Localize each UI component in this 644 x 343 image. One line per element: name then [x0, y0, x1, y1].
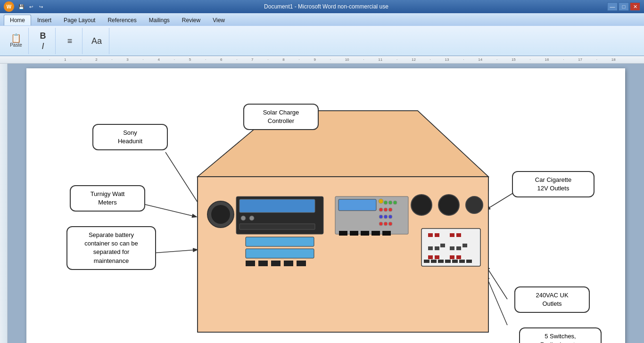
solar-btn1 — [339, 231, 347, 236]
outlet-hole5 — [452, 260, 458, 263]
minimize-btn[interactable]: — — [607, 2, 618, 11]
turnigy-label: Turnigy WattMeters — [70, 185, 145, 212]
outlet-pin7 — [450, 255, 454, 259]
tab-review[interactable]: Review — [176, 15, 206, 25]
styles-icon: Aa — [91, 37, 102, 45]
tab-home[interactable]: Home — [4, 15, 31, 25]
outlet-hole4 — [445, 260, 451, 263]
cd-display — [239, 199, 315, 212]
tape-slot1 — [246, 237, 314, 246]
big-knob3 — [466, 196, 483, 213]
outlet-gnd1 — [428, 246, 433, 250]
sony-arrow — [165, 152, 201, 207]
knob2 — [384, 215, 388, 219]
cigarette-label: Car Cigarette12V Outlets — [512, 171, 594, 197]
solar-btn5 — [382, 231, 391, 236]
slot-btn3 — [271, 261, 281, 266]
outlet-pin6 — [435, 255, 439, 259]
outlets-label-text: 240VAC UKOutlets — [536, 292, 568, 307]
eject-btn1 — [241, 216, 246, 220]
titlebar-controls: — □ ✕ — [607, 2, 640, 11]
horizontal-ruler: · 1 · 2 · 3 · 4 · 5 · 6 · 7 · 8 · 9 · 10… — [0, 56, 644, 64]
document-title: Document1 - Microsoft Word non-commercia… — [45, 3, 607, 10]
main-area: Solar Charge Controller SonyHeadunit Tur… — [0, 64, 644, 343]
cigarette-label-text: Car Cigarette12V Outlets — [535, 176, 571, 192]
outlet-hole2 — [431, 260, 437, 263]
tab-view[interactable]: View — [206, 15, 231, 25]
save-quick-btn[interactable]: 💾 — [17, 2, 25, 11]
outlet-pin2 — [435, 233, 439, 237]
bold-icon: B — [40, 32, 46, 40]
office-logo: W — [4, 1, 14, 12]
led-red1 — [379, 208, 383, 212]
outlet-pin5 — [428, 255, 433, 259]
align-icon: ≡ — [67, 37, 73, 45]
outlet-hole6 — [459, 260, 465, 263]
outlet-gnd4 — [450, 246, 454, 250]
outlet-gnd5 — [456, 246, 461, 250]
device-top-angled — [198, 111, 488, 177]
outlet-hole7 — [466, 260, 472, 263]
maximize-btn[interactable]: □ — [619, 2, 629, 11]
outlet-gnd2 — [435, 246, 439, 250]
led-red5 — [384, 222, 388, 226]
slot-btn4 — [284, 261, 293, 266]
ribbon: Home Insert Page Layout References Maili… — [0, 13, 644, 56]
outlet-pin8 — [456, 255, 461, 259]
outlets-label: 240VAC UKOutlets — [514, 286, 590, 313]
led-red4 — [379, 222, 383, 226]
tab-page-layout[interactable]: Page Layout — [58, 15, 101, 25]
slot-btn2 — [258, 261, 268, 266]
document-page: Solar Charge Controller SonyHeadunit Tur… — [26, 68, 625, 343]
paste-icon: 📋 — [11, 34, 21, 42]
led-red2 — [384, 208, 388, 212]
document-area: Solar Charge Controller SonyHeadunit Tur… — [8, 64, 644, 343]
undo-quick-btn[interactable]: ↩ — [27, 2, 35, 11]
paste-btn[interactable]: 📋 Paste — [8, 33, 25, 49]
outlet-pin3 — [450, 233, 454, 237]
big-knob1 — [411, 195, 432, 215]
led-green1 — [384, 201, 388, 204]
close-btn[interactable]: ✕ — [630, 2, 640, 11]
led-red6 — [388, 222, 392, 226]
styles-btn[interactable]: Aa — [88, 36, 105, 46]
tab-insert[interactable]: Insert — [31, 15, 58, 25]
tab-mailings[interactable]: Mailings — [143, 15, 176, 25]
battery-label: Separate batterycontainer so can besepar… — [66, 226, 156, 270]
solar-display — [339, 199, 376, 211]
styles-group: Aa — [84, 28, 109, 54]
sony-label: SonyHeadunit — [92, 124, 168, 150]
battery-label-text: Separate batterycontainer so can besepar… — [84, 231, 138, 264]
quick-access: 💾 ↩ ↪ — [17, 2, 45, 11]
knob3 — [388, 215, 392, 219]
outlet-gnd3 — [440, 244, 445, 247]
slot-btn1 — [246, 261, 255, 266]
paste-label: Paste — [10, 42, 22, 48]
bold-btn[interactable]: B — [34, 31, 51, 41]
tab-references[interactable]: References — [101, 15, 142, 25]
italic-icon: I — [41, 42, 44, 50]
big-knob2 — [438, 195, 459, 215]
solar-label-text: Solar Charge Controller — [263, 109, 299, 124]
outlet-hole1 — [424, 260, 429, 263]
disk-drive-inner — [211, 205, 230, 224]
paragraph-group: ≡ — [58, 28, 83, 54]
led-green2 — [388, 201, 392, 204]
eject-btn2 — [249, 216, 254, 220]
align-btn[interactable]: ≡ — [61, 36, 78, 46]
redo-quick-btn[interactable]: ↪ — [37, 2, 45, 11]
italic-btn[interactable]: I — [34, 41, 51, 51]
knob1 — [379, 215, 383, 219]
led-yellow — [379, 199, 383, 204]
cd-slot — [239, 224, 315, 229]
solar-btn2 — [350, 231, 358, 236]
led-green3 — [393, 201, 397, 204]
ruler-marks: · 1 · 2 · 3 · 4 · 5 · 6 · 7 · 8 · 9 · 10… — [49, 57, 616, 62]
sony-label-text: SonyHeadunit — [118, 129, 142, 145]
solar-btn3 — [361, 231, 369, 236]
title-bar: W 💾 ↩ ↪ Document1 - Microsoft Word non-c… — [0, 0, 644, 13]
tape-slot2 — [246, 249, 314, 258]
switches-label-text: 5 Switches,Radio, Inverterand 3 dc socke… — [537, 333, 584, 343]
font-group: B I — [31, 28, 56, 54]
switches-label: 5 Switches,Radio, Inverterand 3 dc socke… — [519, 327, 602, 343]
